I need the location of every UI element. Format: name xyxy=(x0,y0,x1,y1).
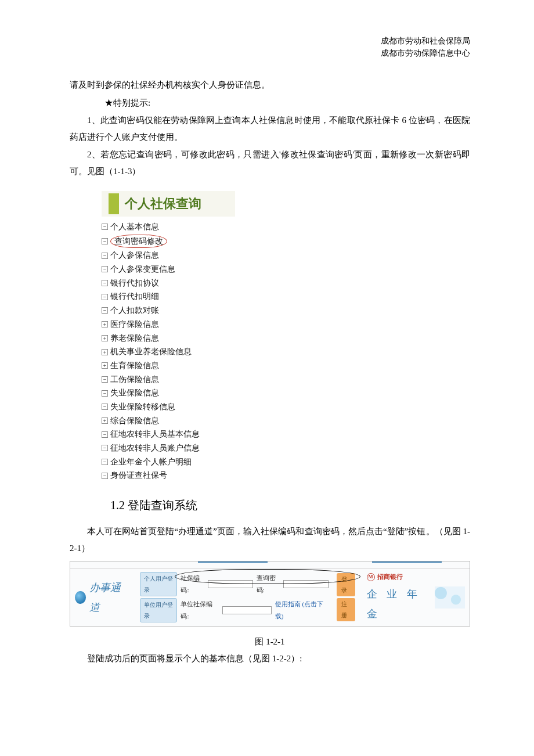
menu-item-label: 失业保险转移信息 xyxy=(110,401,175,413)
login-toolbar: 办事通道 个人用户登录 单位用户登录 社保编码: 查询密码: 单位社保编码: 使… xyxy=(70,568,470,626)
menu-item-label: 身份证查社保号 xyxy=(110,469,167,482)
menu-item[interactable]: −个人参保变更信息 xyxy=(102,262,235,276)
special-note-heading: ★特别提示: xyxy=(70,95,470,111)
tree-collapse-icon[interactable]: − xyxy=(102,404,108,410)
login-buttons: 登录 注册 xyxy=(337,573,355,621)
tree-collapse-icon[interactable]: − xyxy=(102,238,108,244)
menu-item-label: 银行代扣协议 xyxy=(110,277,159,290)
menu-item-label: 失业保险信息 xyxy=(110,387,159,399)
menu-item[interactable]: +机关事业养老保险信息 xyxy=(102,345,235,359)
menu-item[interactable]: −查询密码修改 xyxy=(102,234,235,249)
tree-collapse-icon[interactable]: − xyxy=(102,280,108,286)
input-password[interactable] xyxy=(283,580,329,588)
tree-expand-icon[interactable]: + xyxy=(102,349,108,355)
menu-item[interactable]: −失业保险信息 xyxy=(102,386,235,400)
register-button[interactable]: 注册 xyxy=(337,598,355,621)
brand-globe-icon xyxy=(75,591,86,604)
menu-item-label: 征地农转非人员账户信息 xyxy=(110,442,200,455)
section-1-2-para-1: 本人可在网站首页登陆“办理通道”页面，输入社保编码和查询密码，然后点击“登陆”按… xyxy=(70,523,470,556)
paragraph-continuation: 请及时到参保的社保经办机构核实个人身份证信息。 xyxy=(70,77,470,93)
section-1-2-para-2: 登陆成功后的页面将显示个人的基本信息（见图 1-2-2）: xyxy=(70,650,470,667)
menu-item[interactable]: +综合保险信息 xyxy=(102,414,235,428)
tree-collapse-icon[interactable]: − xyxy=(102,307,108,314)
decorative-flowers-icon xyxy=(435,586,465,609)
tree-collapse-icon[interactable]: − xyxy=(102,253,108,259)
menu-item-label: 征地农转非人员基本信息 xyxy=(110,428,200,441)
bank-logo: M 招商银行 xyxy=(367,571,431,583)
sidebar-menu-list: −个人基本信息−查询密码修改−个人参保信息−个人参保变更信息−银行代扣协议−银行… xyxy=(102,220,235,483)
figure-1-2-1-caption: 图 1-2-1 xyxy=(70,633,470,650)
menu-item-label: 个人基本信息 xyxy=(110,221,159,233)
note-item-2: 2、若您忘记查询密码，可修改此密码，只需进入'修改社保查询密码'页面，重新修改一… xyxy=(70,146,470,179)
menu-item-label: 工伤保险信息 xyxy=(110,373,159,386)
menu-item-label: 银行代扣明细 xyxy=(110,290,159,303)
bank-mark-icon: M xyxy=(367,573,375,581)
figure-1-2-1: 办事通道 个人用户登录 单位用户登录 社保编码: 查询密码: 单位社保编码: 使… xyxy=(70,561,470,627)
tree-expand-icon[interactable]: + xyxy=(102,321,108,327)
menu-item[interactable]: −身份证查社保号 xyxy=(102,469,235,483)
menu-item[interactable]: −工伤保险信息 xyxy=(102,373,235,387)
menu-item-label: 机关事业养老保险信息 xyxy=(110,345,192,358)
login-form: 社保编码: 查询密码: 单位社保编码: 使用指南 (点击下载) xyxy=(181,572,329,622)
menu-item[interactable]: −征地农转非人员基本信息 xyxy=(102,427,235,441)
menu-item[interactable]: −银行代扣明细 xyxy=(102,290,235,304)
tree-collapse-icon[interactable]: − xyxy=(102,459,108,465)
input-ssn[interactable] xyxy=(208,580,253,588)
menu-item-label: 综合保险信息 xyxy=(110,415,159,427)
bank-name: 招商银行 xyxy=(377,571,403,583)
menu-item-label: 企业年金个人帐户明细 xyxy=(110,456,192,469)
brand-title: 办事通道 xyxy=(89,578,126,617)
menu-item[interactable]: +生育保险信息 xyxy=(102,359,235,373)
menu-item[interactable]: −个人扣款对账 xyxy=(102,304,235,318)
tab-unit-login[interactable]: 单位用户登录 xyxy=(140,598,178,622)
tree-collapse-icon[interactable]: − xyxy=(102,445,108,451)
tree-collapse-icon[interactable]: − xyxy=(102,390,108,397)
menu-item-label: 个人扣款对账 xyxy=(110,304,159,317)
menu-banner: 个人社保查询 xyxy=(102,191,235,217)
note-item-1: 1、此查询密码仅能在劳动保障网上查询本人社保信息时使用，不能取代原社保卡 6 位… xyxy=(70,112,470,145)
tree-expand-icon[interactable]: + xyxy=(102,335,108,341)
tree-collapse-icon[interactable]: − xyxy=(102,376,108,383)
label-password: 查询密码: xyxy=(257,572,280,596)
banner-accent-icon xyxy=(109,193,119,214)
login-button[interactable]: 登录 xyxy=(337,573,355,596)
header-line2: 成都市劳动保障信息中心 xyxy=(70,47,470,59)
menu-item[interactable]: −失业保险转移信息 xyxy=(102,400,235,414)
header-line1: 成都市劳动和社会保障局 xyxy=(70,35,470,47)
menu-item[interactable]: −银行代扣协议 xyxy=(102,276,235,290)
tree-collapse-icon[interactable]: − xyxy=(102,294,108,300)
tab-personal-login[interactable]: 个人用户登录 xyxy=(140,572,178,596)
figure-1-1-3: 个人社保查询 −个人基本信息−查询密码修改−个人参保信息−个人参保变更信息−银行… xyxy=(102,191,235,483)
guide-download-link[interactable]: 使用指南 (点击下载) xyxy=(275,598,329,622)
tree-collapse-icon[interactable]: − xyxy=(102,431,108,438)
menu-item-label: 个人参保变更信息 xyxy=(110,263,175,276)
menu-item-label: 个人参保信息 xyxy=(110,249,159,262)
tree-expand-icon[interactable]: + xyxy=(102,362,108,369)
label-ssn: 社保编码: xyxy=(181,572,204,596)
tree-collapse-icon[interactable]: − xyxy=(102,473,108,479)
section-heading-1-2: 1.2 登陆查询系统 xyxy=(110,494,470,516)
label-unit-ssn: 单位社保编码: xyxy=(181,598,218,622)
menu-item-label: 查询密码修改 xyxy=(110,235,167,249)
input-unit-ssn[interactable] xyxy=(222,606,272,614)
tree-collapse-icon[interactable]: − xyxy=(102,266,108,272)
menu-item-label: 养老保险信息 xyxy=(110,332,159,345)
menu-item[interactable]: +医疗保险信息 xyxy=(102,318,235,332)
menu-item[interactable]: −征地农转非人员账户信息 xyxy=(102,441,235,455)
login-tabs: 个人用户登录 单位用户登录 xyxy=(140,572,178,622)
figure-top-border xyxy=(70,561,470,568)
menu-item[interactable]: −个人基本信息 xyxy=(102,220,235,234)
document-header: 成都市劳动和社会保障局 成都市劳动保障信息中心 xyxy=(70,35,470,59)
menu-banner-title: 个人社保查询 xyxy=(125,192,201,216)
corporate-pension-label: 企 业 年 金 xyxy=(367,584,431,624)
tree-collapse-icon[interactable]: − xyxy=(102,224,108,230)
tree-expand-icon[interactable]: + xyxy=(102,417,108,424)
menu-item[interactable]: +养老保险信息 xyxy=(102,332,235,345)
menu-item[interactable]: −个人参保信息 xyxy=(102,249,235,262)
menu-item-label: 医疗保险信息 xyxy=(110,318,159,331)
menu-item[interactable]: −企业年金个人帐户明细 xyxy=(102,455,235,469)
menu-item-label: 生育保险信息 xyxy=(110,359,159,372)
